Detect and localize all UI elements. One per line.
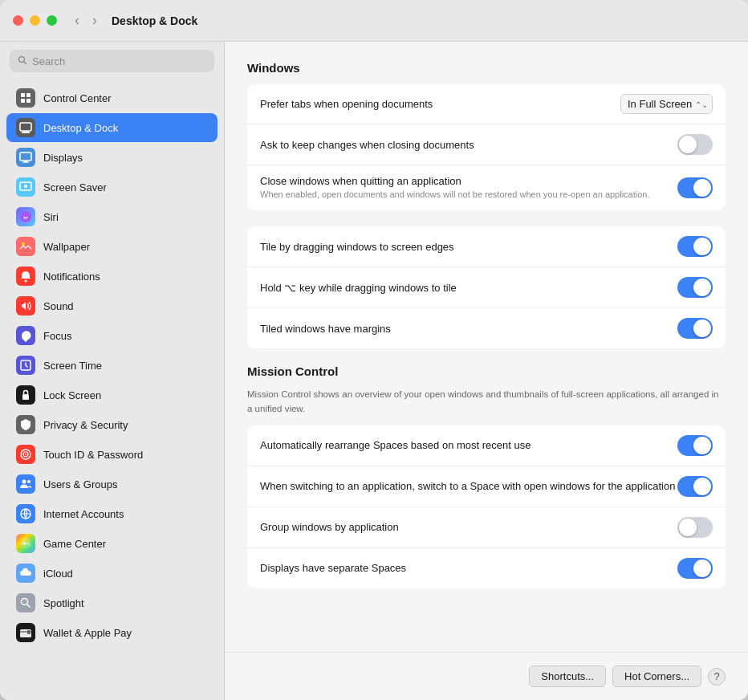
- sidebar-item-screen-saver[interactable]: Screen Saver: [6, 173, 217, 201]
- svg-rect-2: [21, 93, 25, 97]
- setting-label-switch-space: When switching to an application, switch…: [260, 480, 677, 492]
- toggle-tiled-margins[interactable]: [677, 318, 713, 339]
- setting-row-switch-space: When switching to an application, switch…: [247, 466, 726, 507]
- sidebar-label-notifications: Notifications: [43, 271, 100, 283]
- toggle-auto-rearrange[interactable]: [677, 435, 713, 456]
- setting-row-displays-separate: Displays have separate Spaces: [247, 548, 726, 588]
- focus-icon: [16, 326, 35, 345]
- touch-id-icon: [16, 445, 35, 464]
- sidebar-item-touch-id[interactable]: Touch ID & Password: [6, 440, 217, 469]
- search-placeholder: Search: [32, 55, 65, 67]
- search-box[interactable]: Search: [10, 50, 214, 72]
- svg-rect-31: [27, 630, 30, 634]
- toggle-ask-keep-changes[interactable]: [677, 134, 713, 155]
- section-title-mission-control: Mission Control: [247, 364, 726, 378]
- internet-accounts-icon: [16, 504, 35, 523]
- setting-desc-close-windows: When enabled, open documents and windows…: [260, 189, 677, 201]
- sidebar-label-icloud: iCloud: [43, 568, 73, 580]
- svg-point-23: [27, 480, 30, 483]
- sidebar-item-wallet[interactable]: Wallet & Apple Pay: [6, 618, 217, 647]
- sidebar-label-sound: Sound: [43, 300, 74, 312]
- section-title-windows: Windows: [247, 61, 726, 75]
- help-button[interactable]: ?: [708, 668, 726, 686]
- sidebar-label-focus: Focus: [43, 330, 71, 342]
- toggle-switch-space[interactable]: [677, 476, 713, 497]
- settings-window: ‹ › Desktop & Dock Search Contro: [0, 0, 748, 700]
- sidebar-label-game-center: Game Center: [43, 538, 106, 550]
- sidebar-item-spotlight[interactable]: Spotlight: [6, 588, 217, 617]
- minimize-button[interactable]: [30, 15, 40, 26]
- sidebar-item-users-groups[interactable]: Users & Groups: [6, 470, 217, 499]
- sidebar-item-displays[interactable]: Displays: [6, 143, 217, 172]
- select-prefer-tabs[interactable]: AlwaysIn Full ScreenNever: [620, 94, 713, 114]
- sidebar-item-icloud[interactable]: iCloud: [6, 559, 217, 588]
- notifications-icon: [16, 267, 35, 286]
- wallet-icon: [16, 623, 35, 642]
- close-button[interactable]: [13, 15, 23, 26]
- sidebar-label-wallet: Wallet & Apple Pay: [43, 627, 132, 639]
- sidebar-label-privacy-security: Privacy & Security: [43, 419, 128, 431]
- settings-group-windows: Prefer tabs when opening documentsAlways…: [247, 84, 726, 210]
- detail-panel: WindowsPrefer tabs when opening document…: [225, 42, 748, 652]
- sidebar-item-notifications[interactable]: Notifications: [6, 262, 217, 291]
- svg-rect-8: [20, 153, 31, 161]
- svg-line-1: [24, 61, 26, 63]
- setting-row-ask-keep-changes: Ask to keep changes when closing documen…: [247, 124, 726, 165]
- forward-button[interactable]: ›: [87, 10, 102, 31]
- sidebar-item-sound[interactable]: Sound: [6, 291, 217, 320]
- toggle-group-windows[interactable]: [677, 517, 713, 538]
- setting-label-hold-alt: Hold ⌥ key while dragging windows to til…: [260, 282, 677, 294]
- sidebar-item-siri[interactable]: Siri: [6, 202, 217, 231]
- setting-row-prefer-tabs: Prefer tabs when opening documentsAlways…: [247, 84, 726, 124]
- hot-corners-button[interactable]: Hot Corners...: [612, 665, 701, 687]
- toggle-displays-separate[interactable]: [677, 558, 713, 579]
- shortcuts-button[interactable]: Shortcuts...: [529, 665, 606, 687]
- setting-label-prefer-tabs: Prefer tabs when opening documents: [260, 98, 620, 110]
- svg-point-22: [22, 480, 26, 484]
- section-desc-mission-control: Mission Control shows an overview of you…: [247, 388, 726, 416]
- setting-label-group-windows: Group windows by application: [260, 521, 677, 533]
- sidebar-label-siri: Siri: [43, 211, 59, 223]
- bottom-bar: Shortcuts... Hot Corners... ?: [225, 652, 748, 700]
- toggle-tile-drag[interactable]: [677, 236, 713, 257]
- toggle-hold-alt[interactable]: [677, 277, 713, 298]
- sidebar-item-desktop-dock[interactable]: Desktop & Dock: [6, 113, 217, 142]
- sidebar-item-internet-accounts[interactable]: Internet Accounts: [6, 499, 217, 528]
- sidebar-label-wallpaper: Wallpaper: [43, 241, 90, 253]
- toggle-close-windows[interactable]: [677, 177, 713, 198]
- setting-row-tiled-margins: Tiled windows have margins: [247, 308, 726, 348]
- setting-row-auto-rearrange: Automatically rearrange Spaces based on …: [247, 425, 726, 466]
- sidebar-item-control-center[interactable]: Control Center: [6, 83, 217, 112]
- sidebar-item-privacy-security[interactable]: Privacy & Security: [6, 410, 217, 439]
- sound-icon: [16, 296, 35, 315]
- svg-rect-4: [21, 99, 25, 103]
- window-title: Desktop & Dock: [112, 14, 197, 27]
- sidebar-item-focus[interactable]: Focus: [6, 321, 217, 350]
- desktop-dock-icon: [16, 118, 35, 137]
- sidebar-item-lock-screen[interactable]: Lock Screen: [6, 381, 217, 409]
- sidebar-list: Control CenterDesktop & DockDisplaysScre…: [0, 80, 224, 700]
- sidebar-label-users-groups: Users & Groups: [43, 478, 117, 490]
- sidebar-item-wallpaper[interactable]: Wallpaper: [6, 232, 217, 261]
- svg-point-26: [27, 543, 29, 544]
- sidebar-label-touch-id: Touch ID & Password: [43, 449, 143, 461]
- sidebar-label-screen-time: Screen Time: [43, 360, 102, 372]
- sidebar-item-screen-time[interactable]: Screen Time: [6, 351, 217, 380]
- svg-rect-6: [20, 123, 31, 131]
- nav-buttons: ‹ ›: [70, 10, 102, 31]
- svg-point-12: [24, 185, 27, 188]
- setting-row-close-windows: Close windows when quitting an applicati…: [247, 165, 726, 210]
- maximize-button[interactable]: [47, 15, 57, 26]
- privacy-security-icon: [16, 415, 35, 434]
- game-center-icon: [16, 534, 35, 553]
- sidebar-item-game-center[interactable]: Game Center: [6, 529, 217, 558]
- setting-label-close-windows: Close windows when quitting an applicati…: [260, 175, 677, 187]
- control-center-icon: [16, 88, 35, 108]
- setting-row-group-windows: Group windows by application: [247, 507, 726, 548]
- users-groups-icon: [16, 474, 35, 494]
- svg-rect-3: [26, 93, 30, 97]
- svg-point-13: [20, 211, 31, 222]
- svg-point-16: [25, 280, 27, 283]
- back-button[interactable]: ‹: [70, 10, 84, 31]
- wallpaper-icon: [16, 237, 35, 256]
